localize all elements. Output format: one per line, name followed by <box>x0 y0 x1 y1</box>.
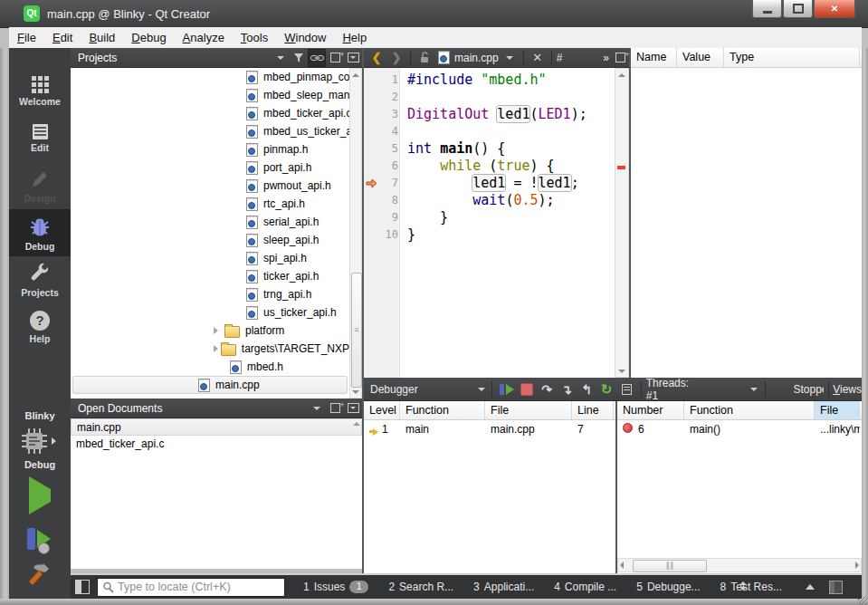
output-pane-applicati[interactable]: 3Applicati... <box>473 581 534 593</box>
tree-item-main-cpp[interactable]: main.cpp <box>72 376 348 394</box>
symbol-selector[interactable]: # <box>557 52 563 64</box>
output-pane-issues[interactable]: 1Issues1 <box>303 581 368 593</box>
maximize-output-pane-button[interactable] <box>806 584 815 590</box>
locator-input[interactable] <box>118 581 284 593</box>
menu-window[interactable]: Window <box>276 27 334 48</box>
opendocs-split-button[interactable] <box>326 399 344 418</box>
threads-selector[interactable]: Threads: #1 <box>646 377 689 402</box>
mode-button-help[interactable]: ?Help <box>9 303 71 351</box>
opendocs-pane-select-button[interactable] <box>308 399 326 418</box>
tree-item-mbed-sleep-manager-c[interactable]: mbed_sleep_manager.c <box>71 86 349 104</box>
breakpoint-margin[interactable] <box>364 192 378 209</box>
menu-build[interactable]: Build <box>81 27 123 48</box>
output-pane-cycle-button[interactable] <box>739 581 747 591</box>
locals-column-name[interactable]: Name <box>631 48 677 67</box>
editor-split-button[interactable] <box>611 49 629 67</box>
start-debugging-button[interactable] <box>27 528 54 553</box>
threads-dropdown-button[interactable] <box>749 380 760 399</box>
stack-column-line[interactable]: Line <box>572 401 614 419</box>
breakpoint-margin-hit[interactable] <box>364 175 378 192</box>
hscrollbar-thumb[interactable]: ∥∥ <box>633 560 707 572</box>
menu-edit[interactable]: Edit <box>44 27 81 48</box>
menu-tools[interactable]: Tools <box>233 27 276 48</box>
breakpoint-margin[interactable] <box>364 123 378 140</box>
projects-pane-select-button[interactable] <box>272 49 290 67</box>
debugger-label[interactable]: Debugger <box>364 383 418 396</box>
filter-tree-button[interactable] <box>290 49 308 67</box>
output-pane-search-r[interactable]: 2Search R... <box>388 581 453 593</box>
breakpoints-view[interactable]: NumberFunctionFile 6main()...linky\main. <box>617 401 862 573</box>
toggle-right-sidebar-icon[interactable] <box>829 581 843 594</box>
file-dropdown-button[interactable] <box>501 49 519 67</box>
locals-column-value[interactable]: Value <box>677 48 724 67</box>
expand-arrow-icon[interactable] <box>214 327 224 334</box>
step-over-button[interactable]: ↷ <box>537 381 557 398</box>
interrupt-button[interactable] <box>517 381 537 398</box>
split-panel-button[interactable] <box>326 49 344 67</box>
scroll-down-icon[interactable] <box>616 365 627 377</box>
output-pane-compile[interactable]: 4Compile ... <box>554 581 616 593</box>
breakpoint-row[interactable]: 6main()...linky\main. <box>617 420 862 438</box>
opendocs-scroll-up-icon[interactable] <box>353 422 360 426</box>
scroll-right-icon[interactable] <box>855 562 859 569</box>
go-forward-button[interactable]: ❯ <box>387 49 405 67</box>
step-into-button[interactable]: ↴ <box>557 381 577 398</box>
close-document-button[interactable]: ✕ <box>529 49 547 67</box>
open-document-main-cpp[interactable]: main.cpp <box>71 418 362 436</box>
tree-item-spi-api-h[interactable]: spi_api.h <box>71 249 349 267</box>
scroll-down-icon[interactable] <box>350 386 361 398</box>
continue-button[interactable] <box>497 381 517 398</box>
mode-button-projects[interactable]: Projects <box>9 256 71 303</box>
kit-selector-button[interactable] <box>20 425 63 457</box>
tree-item-rtc-api-h[interactable]: rtc_api.h <box>71 195 349 213</box>
open-file-name[interactable]: main.cpp <box>454 52 499 64</box>
open-document-mbed-ticker-api-c[interactable]: mbed_ticker_api.c <box>71 436 362 453</box>
breakpoints-column-number[interactable]: Number <box>617 401 684 419</box>
menu-help[interactable]: Help <box>334 27 375 48</box>
tree-item-ticker-api-h[interactable]: ticker_api.h <box>71 267 349 285</box>
tree-item-pwmout-api-h[interactable]: pwmout_api.h <box>71 177 349 195</box>
open-documents-list[interactable]: main.cppmbed_ticker_api.c <box>71 418 362 569</box>
editor-scrollbar[interactable] <box>615 68 629 378</box>
locator-box[interactable] <box>97 578 285 597</box>
step-out-button[interactable]: ↰ <box>577 381 596 398</box>
breakpoint-margin[interactable] <box>364 140 378 158</box>
tree-item-mbed-ticker-api-c[interactable]: mbed_ticker_api.c <box>71 104 349 122</box>
expand-arrow-icon[interactable] <box>214 345 221 352</box>
tree-item-trng-api-h[interactable]: trng_api.h <box>71 285 349 303</box>
scroll-up-icon[interactable] <box>616 69 627 81</box>
output-pane-test-res[interactable]: 8Test Res... <box>720 581 782 593</box>
stack-column-function[interactable]: Function <box>400 401 485 419</box>
stack-column-level[interactable]: Level <box>364 401 400 419</box>
tree-item-sleep-api-h[interactable]: sleep_api.h <box>71 231 349 249</box>
breakpoint-margin[interactable] <box>364 209 378 226</box>
minimize-button[interactable] <box>752 0 782 18</box>
tree-item-mbed-us-ticker-api-c[interactable]: mbed_us_ticker_api.c <box>71 122 349 140</box>
tree-scrollbar[interactable]: ≡ <box>349 68 362 399</box>
go-back-button[interactable]: ❮ <box>367 49 386 67</box>
menu-debug[interactable]: Debug <box>123 27 174 48</box>
tree-item-pinmap-h[interactable]: pinmap.h <box>71 140 349 158</box>
scroll-up-icon[interactable] <box>350 69 361 81</box>
build-button[interactable] <box>27 561 54 591</box>
close-sidebar-button[interactable] <box>344 49 362 67</box>
tree-item-us-ticker-api-h[interactable]: us_ticker_api.h <box>71 303 349 322</box>
mode-button-debug[interactable]: Debug <box>9 209 71 256</box>
stack-view[interactable]: LevelFunctionFileLine 1mainmain.cpp7 <box>364 401 615 573</box>
toolbar-overflow-button[interactable]: » <box>603 52 609 64</box>
source-view-button[interactable] <box>616 381 636 398</box>
tree-item-serial-api-h[interactable]: serial_api.h <box>71 213 349 231</box>
menu-analyze[interactable]: Analyze <box>175 27 233 48</box>
breakpoint-margin[interactable] <box>364 158 378 175</box>
stack-frame-row[interactable]: 1mainmain.cpp7 <box>364 420 615 438</box>
maximize-button[interactable] <box>783 0 813 18</box>
toggle-sidebar-icon[interactable] <box>75 580 90 594</box>
tree-scrollbar-thumb[interactable]: ≡ <box>351 273 362 388</box>
views-menu-button[interactable]: Views <box>833 383 862 396</box>
locals-view[interactable] <box>631 68 862 378</box>
breakpoints-column-function[interactable]: Function <box>684 401 815 419</box>
locals-column-type[interactable]: Type <box>724 48 860 67</box>
breakpoint-margin[interactable] <box>364 89 378 106</box>
breakpoints-column-file[interactable]: File <box>815 401 860 419</box>
opendocs-collapse-button[interactable] <box>344 399 362 418</box>
